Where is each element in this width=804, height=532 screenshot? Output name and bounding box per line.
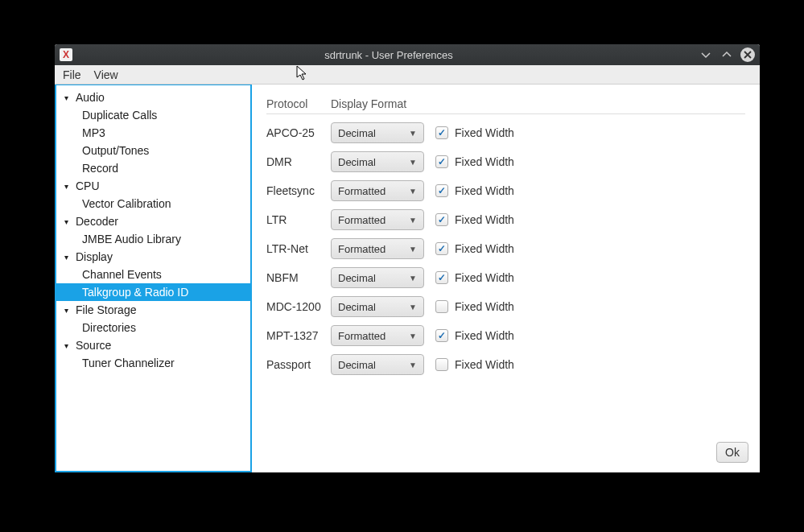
display-format-select[interactable]: Decimal▼ xyxy=(331,267,424,288)
protocol-label: LTR-Net xyxy=(266,242,331,255)
fixed-width-label: Fixed Width xyxy=(455,155,514,168)
grid-header: Protocol Display Format xyxy=(266,97,745,114)
chevron-down-icon: ▼ xyxy=(409,303,417,311)
protocol-label: MDC-1200 xyxy=(266,300,331,313)
select-value: Decimal xyxy=(338,156,376,168)
select-value: Decimal xyxy=(338,301,376,313)
titlebar: X sdrtrunk - User Preferences xyxy=(55,44,760,65)
select-value: Decimal xyxy=(338,272,376,284)
main-panel: Protocol Display Format APCO-25Decimal▼F… xyxy=(252,85,760,472)
chevron-down-icon: ▼ xyxy=(409,245,417,254)
tree-child[interactable]: MP3 xyxy=(56,124,250,142)
fixed-width-checkbox[interactable] xyxy=(435,242,448,255)
fixed-width-checkbox[interactable] xyxy=(435,271,448,284)
protocol-row: LTR-NetFormatted▼Fixed Width xyxy=(266,238,745,259)
fixed-width-checkbox[interactable] xyxy=(435,329,448,342)
protocol-label: LTR xyxy=(266,213,331,226)
chevron-down-icon: ▼ xyxy=(409,129,417,138)
chevron-down-icon: ▼ xyxy=(409,361,417,369)
fixed-width-checkbox[interactable] xyxy=(435,300,448,313)
protocol-row: MDC-1200Decimal▼Fixed Width xyxy=(266,296,745,317)
fixed-width-checkbox[interactable] xyxy=(435,184,448,197)
menubar: File View xyxy=(55,65,760,85)
ok-button[interactable]: Ok xyxy=(716,442,748,463)
display-format-select[interactable]: Decimal▼ xyxy=(331,354,424,375)
select-value: Formatted xyxy=(338,330,386,342)
maximize-icon[interactable] xyxy=(719,47,734,62)
rows-container: APCO-25Decimal▼Fixed WidthDMRDecimal▼Fix… xyxy=(266,122,745,375)
tree-parent[interactable]: Display xyxy=(56,248,250,266)
tree: AudioDuplicate CallsMP3Output/TonesRecor… xyxy=(56,85,250,375)
display-format-select[interactable]: Decimal▼ xyxy=(331,122,424,143)
sidebar: AudioDuplicate CallsMP3Output/TonesRecor… xyxy=(55,85,252,472)
tree-child[interactable]: Output/Tones xyxy=(56,142,250,159)
tree-child[interactable]: JMBE Audio Library xyxy=(56,230,250,248)
protocol-row: LTRFormatted▼Fixed Width xyxy=(266,209,745,230)
protocol-label: Fleetsync xyxy=(266,184,331,197)
menu-file[interactable]: File xyxy=(63,68,81,81)
fixed-width-checkbox[interactable] xyxy=(435,358,448,371)
fixed-width-checkbox[interactable] xyxy=(435,213,448,226)
protocol-row: NBFMDecimal▼Fixed Width xyxy=(266,267,745,288)
fixed-width-label: Fixed Width xyxy=(455,126,514,139)
tree-child[interactable]: Duplicate Calls xyxy=(56,106,250,124)
select-value: Formatted xyxy=(338,214,386,226)
tree-parent[interactable]: File Storage xyxy=(56,301,250,319)
fixed-width-label: Fixed Width xyxy=(455,300,514,313)
protocol-label: NBFM xyxy=(266,271,331,284)
protocol-label: Passport xyxy=(266,358,331,371)
chevron-down-icon: ▼ xyxy=(409,274,417,282)
header-protocol: Protocol xyxy=(266,97,331,110)
tree-parent[interactable]: CPU xyxy=(56,177,250,195)
tree-parent[interactable]: Decoder xyxy=(56,212,250,230)
minimize-icon[interactable] xyxy=(699,47,713,62)
display-format-select[interactable]: Decimal▼ xyxy=(331,151,424,172)
header-format: Display Format xyxy=(331,97,435,110)
tree-parent[interactable]: Audio xyxy=(56,89,250,106)
chevron-down-icon: ▼ xyxy=(409,332,417,340)
chevron-down-icon: ▼ xyxy=(409,158,417,167)
select-value: Formatted xyxy=(338,185,386,197)
select-value: Decimal xyxy=(338,127,376,139)
tree-child[interactable]: Tuner Channelizer xyxy=(56,354,250,372)
display-format-select[interactable]: Decimal▼ xyxy=(331,296,424,317)
fixed-width-label: Fixed Width xyxy=(455,329,514,342)
select-value: Formatted xyxy=(338,243,386,255)
select-value: Decimal xyxy=(338,359,376,371)
protocol-row: MPT-1327Formatted▼Fixed Width xyxy=(266,325,745,346)
tree-child[interactable]: Record xyxy=(56,159,250,177)
protocol-label: MPT-1327 xyxy=(266,329,331,342)
protocol-label: DMR xyxy=(266,155,331,168)
tree-child[interactable]: Vector Calibration xyxy=(56,195,250,212)
fixed-width-label: Fixed Width xyxy=(455,358,514,371)
fixed-width-label: Fixed Width xyxy=(455,271,514,284)
protocol-row: APCO-25Decimal▼Fixed Width xyxy=(266,122,745,143)
chevron-down-icon: ▼ xyxy=(409,187,417,196)
footer: Ok xyxy=(716,442,748,463)
window-controls xyxy=(699,47,755,62)
menu-view[interactable]: View xyxy=(94,68,118,81)
close-icon[interactable] xyxy=(740,47,755,62)
protocol-label: APCO-25 xyxy=(266,126,331,139)
fixed-width-label: Fixed Width xyxy=(455,213,514,226)
protocol-row: PassportDecimal▼Fixed Width xyxy=(266,354,745,375)
display-format-select[interactable]: Formatted▼ xyxy=(331,180,424,201)
preferences-window: X sdrtrunk - User Preferences File View … xyxy=(55,44,760,472)
body-area: AudioDuplicate CallsMP3Output/TonesRecor… xyxy=(55,85,760,472)
display-format-select[interactable]: Formatted▼ xyxy=(331,325,424,346)
tree-parent[interactable]: Source xyxy=(56,336,250,354)
chevron-down-icon: ▼ xyxy=(409,216,417,225)
fixed-width-checkbox[interactable] xyxy=(435,155,448,168)
tree-child[interactable]: Directories xyxy=(56,319,250,336)
fixed-width-label: Fixed Width xyxy=(455,184,514,197)
tree-child[interactable]: Channel Events xyxy=(56,266,250,283)
display-format-select[interactable]: Formatted▼ xyxy=(331,209,424,230)
tree-child[interactable]: Talkgroup & Radio ID xyxy=(56,283,250,301)
fixed-width-label: Fixed Width xyxy=(455,242,514,255)
protocol-row: FleetsyncFormatted▼Fixed Width xyxy=(266,180,745,201)
protocol-row: DMRDecimal▼Fixed Width xyxy=(266,151,745,172)
fixed-width-checkbox[interactable] xyxy=(435,126,448,139)
app-icon: X xyxy=(60,48,72,61)
display-format-select[interactable]: Formatted▼ xyxy=(331,238,424,259)
window-title: sdrtrunk - User Preferences xyxy=(79,49,699,61)
